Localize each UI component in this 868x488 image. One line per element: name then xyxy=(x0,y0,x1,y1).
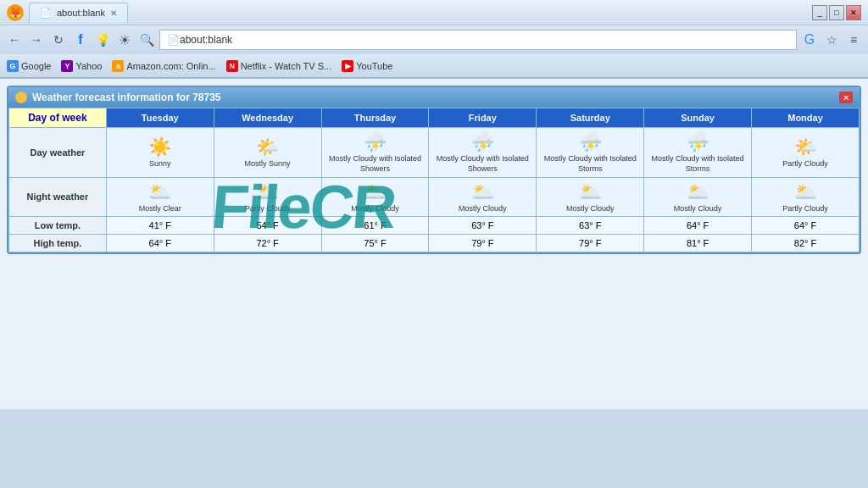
day-desc-tuesday: Sunny xyxy=(149,159,171,168)
bookmark-google-label: Google xyxy=(21,61,51,71)
high-temp-tuesday: 64° F xyxy=(106,235,214,252)
day-icon-wednesday: 🌤️ xyxy=(216,138,320,157)
widget-close-button[interactable]: ✕ xyxy=(839,92,853,103)
night-desc-tuesday: Mostly Clear xyxy=(139,204,181,213)
bookmark-netflix[interactable]: N Netflix - Watch TV S... xyxy=(226,60,332,72)
table-header-row: Day of week Tuesday Wednesday Thursday F… xyxy=(9,108,860,128)
high-temp-wednesday: 72° F xyxy=(214,235,321,252)
tab-icon: 📄 xyxy=(40,8,52,19)
browser-chrome: 🦊 📄 about:blank ✕ _ □ ✕ ← → ↻ f 💡 ☀ 🔍 📄 … xyxy=(0,0,868,79)
low-temp-tuesday: 41° F xyxy=(106,217,214,235)
bookmark-amazon-label: Amazon.com: Onlin... xyxy=(126,61,215,71)
maximize-button[interactable]: □ xyxy=(829,5,844,20)
tab-label: about:blank xyxy=(57,8,105,18)
bookmark-youtube-label: YouTube xyxy=(356,61,392,71)
night-desc-thursday: Mostly Cloudy xyxy=(351,204,399,213)
day-weather-wednesday: 🌤️ Mostly Sunny xyxy=(214,128,321,178)
bookmark-star-icon[interactable]: ☆ xyxy=(822,30,841,49)
title-bar: 🦊 📄 about:blank ✕ _ □ ✕ xyxy=(0,0,868,25)
day-weather-tuesday: ☀️ Sunny xyxy=(106,128,214,178)
day-desc-monday: Partly Cloudy xyxy=(782,159,828,168)
bookmark-yahoo[interactable]: Y Yahoo xyxy=(61,60,102,72)
reload-button[interactable]: ↻ xyxy=(49,30,68,49)
day-icon-friday: ⛈️ xyxy=(431,133,534,152)
day-weather-row: Day weather ☀️ Sunny 🌤️ Mostly Sunny ⛈️ … xyxy=(9,128,860,178)
night-icon-thursday: 🌥️ xyxy=(324,183,427,202)
day-weather-thursday: ⛈️ Mostly Cloudy with Isolated Showers xyxy=(321,128,429,178)
netflix-icon: N xyxy=(226,60,238,72)
browser-content: Weather forecast information for 78735 ✕… xyxy=(0,79,868,409)
youtube-icon: ▶ xyxy=(342,60,353,72)
high-temp-saturday: 79° F xyxy=(537,235,644,252)
night-weather-row: Night weather 🌥️ Mostly Clear 🌥️ Partly … xyxy=(9,177,860,217)
night-desc-monday: Partly Cloudy xyxy=(782,204,828,213)
nav-bar: ← → ↻ f 💡 ☀ 🔍 📄 about:blank G ☆ ≡ xyxy=(0,25,868,54)
low-temp-friday: 63° F xyxy=(429,217,537,235)
forward-button[interactable]: → xyxy=(27,30,46,49)
address-icon: 📄 xyxy=(167,34,180,46)
bookmark-google[interactable]: G Google xyxy=(7,60,51,72)
night-weather-tuesday: 🌥️ Mostly Clear xyxy=(106,177,214,217)
high-temp-monday: 82° F xyxy=(752,235,860,252)
col-saturday: Saturday xyxy=(537,108,644,128)
night-icon-friday: 🌥️ xyxy=(431,183,534,202)
menu-icon[interactable]: ≡ xyxy=(844,30,863,49)
high-temp-friday: 79° F xyxy=(429,235,537,252)
browser-tab[interactable]: 📄 about:blank ✕ xyxy=(29,3,128,23)
col-thursday: Thursday xyxy=(321,108,429,128)
day-desc-friday: Mostly Cloudy with Isolated Showers xyxy=(437,154,529,173)
addon-icon-1[interactable]: 💡 xyxy=(93,30,112,49)
tab-close-button[interactable]: ✕ xyxy=(110,8,117,18)
col-friday: Friday xyxy=(429,108,537,128)
day-icon-sunday: ⛈️ xyxy=(646,133,749,152)
day-icon-thursday: ⛈️ xyxy=(324,133,427,152)
search-icon[interactable]: G xyxy=(800,30,819,49)
night-weather-friday: 🌥️ Mostly Cloudy xyxy=(429,177,537,217)
address-bar[interactable]: 📄 about:blank xyxy=(159,30,797,50)
bookmark-youtube[interactable]: ▶ YouTube xyxy=(342,60,392,72)
low-temp-label: Low temp. xyxy=(9,217,107,235)
night-desc-wednesday: Partly Cloudy xyxy=(245,204,291,213)
night-desc-friday: Mostly Cloudy xyxy=(459,204,507,213)
low-temp-sunday: 64° F xyxy=(644,217,752,235)
night-icon-saturday: 🌥️ xyxy=(538,183,642,202)
yahoo-icon: Y xyxy=(61,60,73,72)
day-weather-friday: ⛈️ Mostly Cloudy with Isolated Showers xyxy=(429,128,537,178)
low-temp-monday: 64° F xyxy=(752,217,860,235)
bookmark-amazon[interactable]: a Amazon.com: Onlin... xyxy=(112,60,215,72)
night-desc-saturday: Mostly Cloudy xyxy=(566,204,615,213)
day-weather-label: Day weather xyxy=(9,128,107,178)
back-button[interactable]: ← xyxy=(5,30,24,49)
day-desc-wednesday: Mostly Sunny xyxy=(245,159,291,168)
night-weather-saturday: 🌥️ Mostly Cloudy xyxy=(537,177,644,217)
weather-table: Day of week Tuesday Wednesday Thursday F… xyxy=(8,108,860,252)
low-temp-thursday: 61° F xyxy=(321,217,429,235)
close-button[interactable]: ✕ xyxy=(846,5,861,20)
low-temp-row: Low temp. 41° F 54° F 61° F 63° F 63° F … xyxy=(9,217,860,235)
night-weather-sunday: 🌥️ Mostly Cloudy xyxy=(644,177,752,217)
widget-weather-icon xyxy=(15,92,27,103)
minimize-button[interactable]: _ xyxy=(812,5,827,20)
night-weather-wednesday: 🌥️ Partly Cloudy xyxy=(214,177,321,217)
addon-icon-2[interactable]: ☀ xyxy=(115,30,134,49)
night-weather-monday: 🌥️ Partly Cloudy xyxy=(752,177,860,217)
bookmarks-bar: G Google Y Yahoo a Amazon.com: Onlin... … xyxy=(0,54,868,78)
col-sunday: Sunday xyxy=(644,108,752,128)
night-icon-monday: 🌥️ xyxy=(754,183,857,202)
day-desc-sunday: Mostly Cloudy with Isolated Storms xyxy=(652,154,744,173)
addon-icon-3[interactable]: 🔍 xyxy=(137,30,156,49)
browser-logo: 🦊 xyxy=(7,4,24,21)
day-weather-monday: 🌤️ Partly Cloudy xyxy=(752,128,860,178)
facebook-icon[interactable]: f xyxy=(71,30,90,49)
day-icon-saturday: ⛈️ xyxy=(538,133,642,152)
weather-widget: Weather forecast information for 78735 ✕… xyxy=(7,86,861,254)
widget-titlebar: Weather forecast information for 78735 ✕ xyxy=(8,87,860,108)
night-icon-sunday: 🌥️ xyxy=(646,183,749,202)
col-tuesday: Tuesday xyxy=(106,108,214,128)
night-icon-tuesday: 🌥️ xyxy=(108,183,212,202)
day-desc-saturday: Mostly Cloudy with Isolated Storms xyxy=(544,154,637,173)
day-icon-tuesday: ☀️ xyxy=(108,138,212,157)
window-controls: _ □ ✕ xyxy=(812,5,861,20)
amazon-icon: a xyxy=(112,60,124,72)
high-temp-sunday: 81° F xyxy=(644,235,752,252)
